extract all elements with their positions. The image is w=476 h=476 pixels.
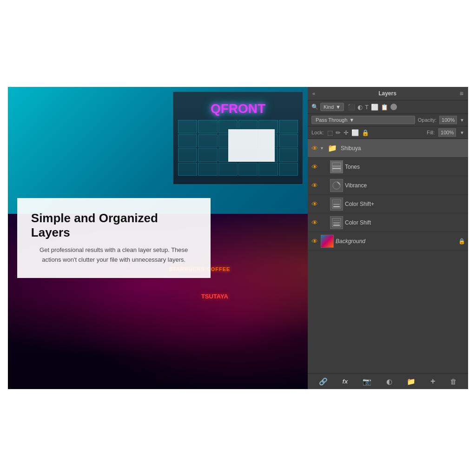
grid-cell xyxy=(178,120,197,133)
layer-thumb-tones xyxy=(330,160,343,173)
grid-cell xyxy=(279,120,298,133)
lock-row: Lock: ⬚ ✏ ✛ ⬜ 🔒 Fill: 100% ▼ xyxy=(308,126,468,139)
shape-filter-icon[interactable]: ⬜ xyxy=(371,104,378,111)
svg-rect-6 xyxy=(333,204,340,205)
link-icon[interactable]: 🔗 xyxy=(319,377,328,386)
circle-half-icon[interactable]: ◐ xyxy=(386,377,392,386)
eye-icon-colorshift[interactable]: 👁 xyxy=(311,219,319,226)
search-icon: 🔍 xyxy=(311,104,318,110)
layer-thumb-background xyxy=(321,235,334,248)
kind-label: Kind xyxy=(324,104,334,110)
layer-thumb-shibuya: 📁 xyxy=(326,142,339,155)
grid-cell xyxy=(279,148,298,162)
layer-row-background[interactable]: 👁 Background 🔒 xyxy=(308,232,468,251)
layer-thumb-colorshift xyxy=(330,216,343,229)
smart-filter-icon[interactable]: 📋 xyxy=(381,104,388,111)
layer-name-colorshift-plus: Color Shift+ xyxy=(345,201,465,207)
group-arrow-shibuya[interactable]: ▾ xyxy=(321,145,323,151)
grid-cell xyxy=(258,163,278,176)
layer-thumb-vibrance xyxy=(330,179,343,192)
opacity-input[interactable]: 100% xyxy=(439,116,457,124)
tones-icon xyxy=(332,162,341,172)
eye-icon-shibuya[interactable]: 👁 xyxy=(311,145,319,152)
billboard-screen xyxy=(228,129,275,162)
folder-icon[interactable]: 📁 xyxy=(407,377,416,386)
filter-row: 🔍 Kind ▼ ⬛ ◐ T ⬜ 📋 xyxy=(308,100,468,114)
panel-header: « Layers ≡ xyxy=(308,87,468,100)
outer-container: QFRONT xyxy=(0,0,476,476)
lock-all-icon[interactable]: 🔒 xyxy=(362,129,369,136)
blend-mode-dropdown[interactable]: Pass Through ▼ xyxy=(311,116,415,124)
layer-row-tones[interactable]: 👁 Tones xyxy=(308,158,468,176)
collapse-icon[interactable]: « xyxy=(312,91,315,96)
layer-lock-icon: 🔒 xyxy=(458,238,465,245)
grid-cell xyxy=(178,163,197,176)
lock-transparent-icon[interactable]: ⬚ xyxy=(327,129,333,136)
eye-icon-vibrance[interactable]: 👁 xyxy=(311,182,319,189)
kind-dropdown-arrow: ▼ xyxy=(336,104,341,110)
opacity-arrow[interactable]: ▼ xyxy=(460,118,464,123)
colorshift-icon xyxy=(332,218,341,227)
building-sign: QFRONT xyxy=(211,101,265,116)
delete-layer-icon[interactable]: 🗑 xyxy=(450,377,457,385)
svg-rect-9 xyxy=(333,220,340,221)
panel-menu-icon[interactable]: ≡ xyxy=(460,90,463,97)
layer-row-colorshift-plus[interactable]: 👁 Color Shift+ xyxy=(308,195,468,213)
grid-cell xyxy=(218,163,238,176)
eye-icon-tones[interactable]: 👁 xyxy=(311,163,319,171)
svg-rect-10 xyxy=(333,222,340,224)
layers-panel: « Layers ≡ 🔍 Kind ▼ ⬛ ◐ T ⬜ 📋 xyxy=(308,87,468,389)
grid-cell xyxy=(198,163,217,176)
fill-input[interactable]: 100% xyxy=(438,128,456,137)
layer-row-colorshift[interactable]: 👁 Color Shift xyxy=(308,213,468,232)
lock-icons: ⬚ ✏ ✛ ⬜ 🔒 xyxy=(327,129,369,136)
text-filter-icon[interactable]: T xyxy=(365,104,369,111)
kind-filter-dropdown[interactable]: Kind ▼ xyxy=(320,103,344,111)
fill-label: Fill: xyxy=(427,130,435,135)
layer-name-vibrance: Vibrance xyxy=(345,182,465,189)
layer-row-shibuya[interactable]: 👁 ▾ 📁 Shibuya xyxy=(308,139,468,158)
tsutaya-sign: TSUTAYA xyxy=(201,293,228,300)
filter-circle[interactable] xyxy=(390,104,397,110)
fill-arrow[interactable]: ▼ xyxy=(460,130,464,135)
text-overlay: Simple and Organized Layers Get professi… xyxy=(17,198,211,278)
grid-cell xyxy=(198,148,217,162)
grid-cell xyxy=(178,134,197,148)
grid-cell xyxy=(178,148,197,162)
opacity-label: Opacity: xyxy=(418,117,436,123)
svg-rect-1 xyxy=(332,165,341,167)
blend-mode-label: Pass Through xyxy=(316,117,347,123)
colorshift-plus-icon xyxy=(332,199,341,209)
svg-rect-2 xyxy=(332,168,341,169)
main-area: QFRONT xyxy=(8,87,468,389)
building: QFRONT xyxy=(173,92,303,185)
overlay-heading: Simple and Organized Layers xyxy=(31,211,197,240)
grid-cell xyxy=(279,163,298,176)
blend-dropdown-arrow: ▼ xyxy=(349,117,354,123)
layer-name-background: Background xyxy=(336,238,456,245)
lock-artboard-icon[interactable]: ⬜ xyxy=(351,129,359,136)
overlay-body: Get professional results with a clean la… xyxy=(31,245,197,265)
vibrance-icon xyxy=(332,181,341,190)
filter-icons: ⬛ ◐ T ⬜ 📋 xyxy=(348,104,397,111)
pixel-filter-icon[interactable]: ⬛ xyxy=(348,104,355,111)
layer-row-vibrance[interactable]: 👁 Vibrance xyxy=(308,176,468,195)
grid-cell xyxy=(279,134,298,148)
adjust-filter-icon[interactable]: ◐ xyxy=(357,104,363,111)
lock-move-icon[interactable]: ✛ xyxy=(344,129,349,136)
grid-cell xyxy=(238,163,258,176)
layer-name-tones: Tones xyxy=(345,164,465,170)
lock-label: Lock: xyxy=(311,130,324,135)
eye-icon-background[interactable]: 👁 xyxy=(311,238,319,245)
svg-rect-11 xyxy=(333,225,340,226)
blend-mode-row: Pass Through ▼ Opacity: 100% ▼ xyxy=(308,114,468,126)
camera-icon[interactable]: 📷 xyxy=(363,377,371,386)
eye-icon-colorshift-plus[interactable]: 👁 xyxy=(311,200,319,208)
lock-paint-icon[interactable]: ✏ xyxy=(336,129,341,136)
add-layer-icon[interactable]: + xyxy=(430,377,436,386)
layer-thumb-colorshift-plus xyxy=(330,198,343,211)
fx-button[interactable]: fx xyxy=(343,378,348,385)
layer-name-shibuya: Shibuya xyxy=(341,145,465,152)
grid-cell xyxy=(198,120,217,133)
grid-cell xyxy=(198,134,217,148)
